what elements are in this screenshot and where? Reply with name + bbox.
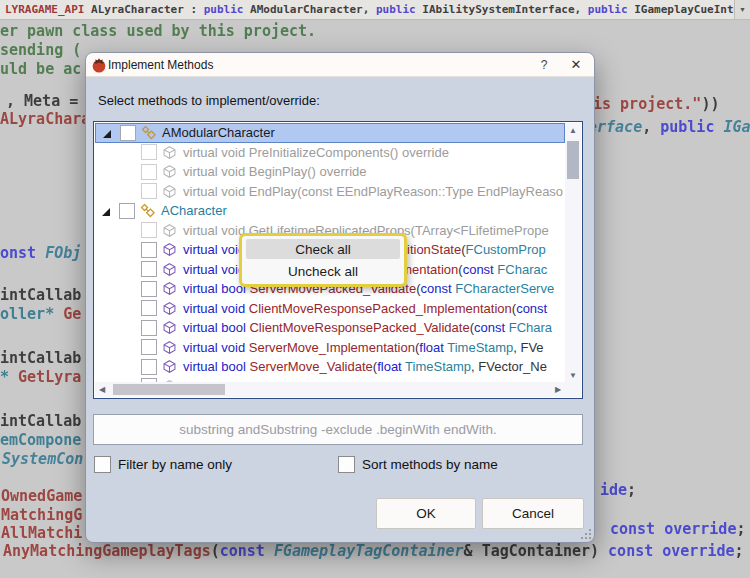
code-segment: virtual bool	[183, 359, 249, 374]
code-segment: TimeStamp	[405, 359, 471, 374]
scroll-down-arrow-icon[interactable]: ▼	[565, 368, 581, 382]
sort-methods-checkbox[interactable]	[338, 456, 355, 473]
tree-row-checkbox[interactable]	[141, 339, 157, 355]
code-line: erface, public IGa	[588, 118, 750, 137]
implement-methods-dialog: Implement Methods ? ✕ Select methods to …	[85, 52, 595, 543]
tree-row-label: virtual bool ServerMove_Validate(float T…	[183, 359, 547, 374]
tree-row-label: virtual void PreInitializeComponents() o…	[183, 145, 449, 160]
code-line: intCallab	[0, 286, 81, 305]
code-segment: LYRAGAME_API	[5, 3, 91, 16]
tree-row-checkbox[interactable]	[141, 359, 157, 375]
code-segment: FCustomProp	[466, 242, 546, 257]
context-menu-item[interactable]: Uncheck all	[246, 261, 400, 281]
code-line: sending (	[0, 41, 81, 60]
tree-row-checkbox[interactable]	[141, 222, 157, 238]
method-cube-icon	[162, 359, 178, 375]
code-segment: ;	[735, 542, 744, 560]
help-button[interactable]: ?	[528, 54, 560, 76]
code-segment: const	[474, 320, 509, 335]
code-line: intCallab	[0, 412, 81, 431]
scroll-left-arrow-icon[interactable]: ◀	[95, 382, 109, 397]
code-line: MatchingG	[1, 506, 82, 525]
code-segment: GetLyra	[18, 368, 81, 386]
tree-row[interactable]: ACharacter	[95, 201, 565, 221]
code-segment: virtual void PreInitializeComponents() o…	[183, 145, 449, 160]
code-segment: public	[588, 3, 628, 16]
code-line: er pawn class used by this project.	[0, 22, 316, 41]
tree-row[interactable]: virtual void ServerMove_Implementation(f…	[95, 338, 565, 358]
method-cube-icon	[162, 164, 178, 180]
method-cube-icon	[162, 242, 178, 258]
tree-row-label: virtual void ServerMove_Implementation(f…	[183, 340, 544, 355]
code-segment: intCallab	[0, 286, 81, 304]
code-segment: ))	[701, 95, 719, 113]
filter-by-name-option[interactable]: Filter by name only	[94, 456, 232, 473]
tree-row-checkbox[interactable]	[141, 183, 157, 199]
tree-row-checkbox[interactable]	[119, 203, 135, 219]
code-segment: & TagContainer)	[464, 542, 609, 560]
close-button[interactable]: ✕	[560, 54, 592, 76]
code-segment: sending (	[0, 41, 81, 59]
scroll-up-arrow-icon[interactable]: ▲	[565, 123, 581, 137]
code-segment: uld be ac	[0, 60, 81, 78]
breadcrumb: LYRAGAME_API ALyraCharacter : public AMo…	[0, 3, 734, 16]
tree-row-checkbox[interactable]	[141, 242, 157, 258]
code-segment: virtual void EndPlay(const EEndPlayReaso…	[183, 184, 563, 199]
filter-by-name-checkbox[interactable]	[94, 456, 111, 473]
method-cube-icon	[162, 339, 178, 355]
filter-input[interactable]	[93, 414, 583, 445]
ok-button[interactable]: OK	[376, 498, 476, 529]
code-segment: const	[220, 542, 274, 560]
code-line: const override;	[610, 520, 745, 539]
resize-grip[interactable]	[580, 528, 591, 539]
code-segment: SystemCon	[2, 450, 83, 468]
tree-row-checkbox[interactable]	[141, 300, 157, 316]
scrollbar-corner	[565, 382, 581, 397]
code-segment: public	[376, 3, 416, 16]
cancel-button[interactable]: Cancel	[482, 498, 584, 529]
expander-icon[interactable]	[102, 127, 114, 139]
tree-row[interactable]: AModularCharacter	[95, 123, 565, 143]
horizontal-scrollbar[interactable]: ◀ ▶	[95, 382, 565, 397]
code-segment: erface	[588, 118, 642, 136]
tree-row[interactable]: virtual void EndPlay(const EEndPlayReaso…	[95, 182, 565, 202]
code-line: uld be ac	[0, 60, 81, 79]
breadcrumb-dropdown-button[interactable]: ▼	[734, 0, 750, 19]
code-line: SystemCon	[2, 450, 83, 469]
tree-row-checkbox[interactable]	[141, 164, 157, 180]
tree-row-checkbox[interactable]	[120, 125, 136, 141]
dialog-title: Implement Methods	[108, 58, 213, 72]
horizontal-scrollbar-thumb[interactable]	[113, 384, 225, 395]
tree-row[interactable]: virtual void BeginPlay() override	[95, 162, 565, 182]
tree-row-checkbox[interactable]	[141, 261, 157, 277]
tree-row-label: virtual bool ClientMoveResponsePacked_Va…	[183, 320, 552, 335]
tree-row[interactable]: virtual void PreInitializeComponents() o…	[95, 143, 565, 163]
sort-methods-option[interactable]: Sort methods by name	[338, 456, 498, 473]
vertical-scrollbar-thumb[interactable]	[567, 141, 579, 179]
code-segment: er pawn class used by this project.	[0, 22, 316, 40]
context-menu-item[interactable]: Check all	[246, 239, 400, 259]
code-segment: ServerMove_Validate	[249, 359, 372, 374]
code-segment: , Meta =	[6, 92, 87, 110]
code-segment: FChara	[509, 320, 552, 335]
code-line: oller* Ge	[0, 305, 81, 324]
code-segment: ide	[600, 481, 627, 499]
scroll-right-arrow-icon[interactable]: ▶	[551, 382, 565, 397]
class-icon	[140, 203, 156, 219]
tree-row[interactable]: virtual void ClientMoveResponsePacked_Im…	[95, 299, 565, 319]
tree-row-checkbox[interactable]	[141, 320, 157, 336]
code-segment: AnyMatchingGameplayTags	[3, 542, 211, 560]
tree-row-checkbox[interactable]	[141, 144, 157, 160]
code-line: is project."))	[593, 95, 719, 114]
code-segment: virtual bool	[183, 320, 249, 335]
code-segment: TimeStamp	[447, 340, 513, 355]
code-segment: , FVe	[513, 340, 543, 355]
tree-row[interactable]: virtual bool ClientMoveResponsePacked_Va…	[95, 318, 565, 338]
expander-icon[interactable]	[101, 205, 113, 217]
code-line: intCallab	[0, 349, 81, 368]
tree-row[interactable]: virtual bool ServerMove_Validate(float T…	[95, 357, 565, 377]
code-segment: (	[211, 542, 220, 560]
vertical-scrollbar[interactable]: ▲ ▼	[565, 123, 581, 382]
definition-bar[interactable]: LYRAGAME_API ALyraCharacter : public AMo…	[0, 0, 750, 20]
tree-row-checkbox[interactable]	[141, 281, 157, 297]
